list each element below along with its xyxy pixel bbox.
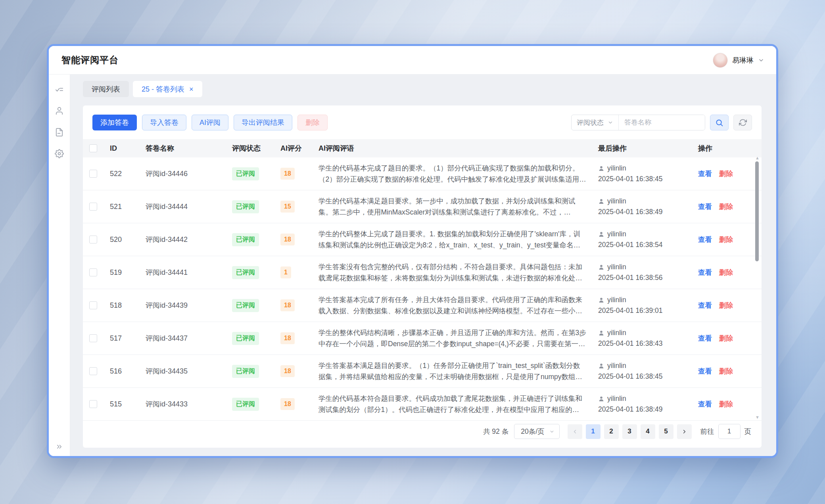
cell-name: 评阅id-34435 xyxy=(146,366,232,376)
tab-label: 评阅列表 xyxy=(92,84,120,94)
view-link[interactable]: 查看 xyxy=(698,235,712,244)
person-icon xyxy=(598,396,604,402)
chevron-down-icon xyxy=(758,57,764,63)
operator-name: yilinlin xyxy=(607,329,626,337)
column-header-score: AI评分 xyxy=(280,144,318,153)
delete-link[interactable]: 删除 xyxy=(719,366,733,376)
page-button-2[interactable]: 2 xyxy=(604,424,619,439)
delete-link[interactable]: 删除 xyxy=(719,333,733,343)
delete-link[interactable]: 删除 xyxy=(719,399,733,409)
score-badge: 18 xyxy=(280,168,295,180)
view-link[interactable]: 查看 xyxy=(698,202,712,211)
prev-page-button[interactable] xyxy=(568,424,582,439)
row-checkbox[interactable] xyxy=(89,334,97,342)
cell-id: 521 xyxy=(110,203,146,211)
page-button-4[interactable]: 4 xyxy=(641,424,655,439)
select-all-checkbox[interactable] xyxy=(89,144,97,152)
answer-name-input[interactable] xyxy=(618,115,705,130)
table-scrollbar[interactable]: ▲ ▼ xyxy=(755,157,759,418)
row-checkbox[interactable] xyxy=(89,301,97,309)
cell-name: 评阅id-34441 xyxy=(146,268,232,277)
checklist-icon[interactable] xyxy=(55,85,64,94)
person-icon xyxy=(598,165,604,172)
scrollbar-thumb[interactable] xyxy=(755,161,759,261)
cell-comment: 学生的代码基本满足题目要求。第一步中，成功加载了数据，并划分成训练集和测试集。第… xyxy=(318,195,598,218)
scroll-up-icon[interactable]: ▲ xyxy=(755,156,759,160)
tab-label: 25 - 答卷列表 xyxy=(142,84,184,94)
page-button-1[interactable]: 1 xyxy=(586,424,601,439)
status-badge: 已评阅 xyxy=(232,233,259,246)
operator-time: 2025-04-01 16:38:49 xyxy=(598,405,698,414)
view-link[interactable]: 查看 xyxy=(698,366,712,376)
page-size-select[interactable]: 20条/页 xyxy=(514,424,559,439)
operator-time: 2025-04-01 16:39:01 xyxy=(598,307,698,315)
view-link[interactable]: 查看 xyxy=(698,268,712,277)
row-checkbox[interactable] xyxy=(89,203,97,211)
add-answer-button[interactable]: 添加答卷 xyxy=(92,115,137,130)
delete-button[interactable]: 删除 xyxy=(297,115,328,130)
page-list: 12345 xyxy=(586,424,673,439)
tab-answer-list[interactable]: 25 - 答卷列表 xyxy=(133,81,202,97)
cell-last-operation: yilinlin 2025-04-01 16:38:45 xyxy=(598,362,698,381)
document-icon[interactable] xyxy=(55,128,64,137)
status-badge: 已评阅 xyxy=(232,266,259,279)
content-card: 添加答卷 导入答卷 AI评阅 导出评阅结果 删除 评阅状态 xyxy=(83,105,762,448)
status-badge: 已评阅 xyxy=(232,167,259,180)
table-row: 520 评阅id-34442 已评阅 18 学生的代码整体上完成了题目要求。1.… xyxy=(83,223,762,256)
view-link[interactable]: 查看 xyxy=(698,301,712,310)
cell-name: 评阅id-34442 xyxy=(146,235,232,244)
status-select[interactable]: 评阅状态 xyxy=(572,115,618,130)
table-row: 518 评阅id-34439 已评阅 18 学生答案基本完成了所有任务，并且大体… xyxy=(83,289,762,322)
view-link[interactable]: 查看 xyxy=(698,169,712,178)
export-results-button[interactable]: 导出评阅结果 xyxy=(234,115,292,130)
cell-comment: 学生的整体代码结构清晰，步骤基本正确，并且适用了正确的库和方法。然而，在第3步中… xyxy=(318,327,598,349)
column-header-comment: AI评阅评语 xyxy=(318,144,598,153)
user-icon[interactable] xyxy=(55,106,64,115)
search-button[interactable] xyxy=(710,115,729,130)
double-chevron-right-icon[interactable] xyxy=(49,443,70,450)
operator-name: yilinlin xyxy=(607,296,626,304)
gear-icon[interactable] xyxy=(55,149,64,158)
scroll-down-icon[interactable]: ▼ xyxy=(755,415,759,419)
cell-id: 519 xyxy=(110,268,146,277)
cell-last-operation: yilinlin 2025-04-01 16:38:43 xyxy=(598,329,698,348)
delete-link[interactable]: 删除 xyxy=(719,202,733,211)
operator-name: yilinlin xyxy=(607,395,626,403)
refresh-button[interactable] xyxy=(733,115,752,130)
delete-link[interactable]: 删除 xyxy=(719,268,733,277)
row-checkbox[interactable] xyxy=(89,400,97,408)
delete-link[interactable]: 删除 xyxy=(719,301,733,310)
delete-link[interactable]: 删除 xyxy=(719,235,733,244)
row-checkbox[interactable] xyxy=(89,268,97,276)
row-checkbox[interactable] xyxy=(89,367,97,375)
row-checkbox[interactable] xyxy=(89,236,97,243)
import-answer-button[interactable]: 导入答卷 xyxy=(142,115,186,130)
next-page-button[interactable] xyxy=(677,424,692,439)
view-link[interactable]: 查看 xyxy=(698,333,712,343)
table-body: 522 评阅id-34446 已评阅 18 学生的代码基本完成了题目的要求。（1… xyxy=(83,157,762,421)
person-icon xyxy=(598,363,604,369)
cell-comment: 学生答案基本完成了所有任务，并且大体符合题目要求。代码使用了正确的库和函数来载入… xyxy=(318,294,598,316)
cell-last-operation: yilinlin 2025-04-01 16:38:49 xyxy=(598,197,698,216)
ai-review-button[interactable]: AI评阅 xyxy=(192,115,228,130)
goto-page-input[interactable] xyxy=(718,424,741,439)
status-badge: 已评阅 xyxy=(232,200,259,213)
score-badge: 18 xyxy=(280,299,295,311)
table-row: 519 评阅id-34441 已评阅 1 学生答案没有包含完整的代码，仅有部分结… xyxy=(83,256,762,289)
user-menu[interactable]: 易琳琳 xyxy=(713,53,764,68)
status-badge: 已评阅 xyxy=(232,332,259,345)
delete-link[interactable]: 删除 xyxy=(719,169,733,178)
chevron-down-icon xyxy=(549,429,554,434)
page-button-5[interactable]: 5 xyxy=(659,424,673,439)
cell-name: 评阅id-34446 xyxy=(146,169,232,178)
tab-review-list[interactable]: 评阅列表 xyxy=(83,81,129,97)
operator-name: yilinlin xyxy=(607,263,626,271)
operator-time: 2025-04-01 16:38:45 xyxy=(598,372,698,381)
cell-comment: 学生的代码基本符合题目要求。代码成功加载了鸢尾花数据集，并正确进行了训练集和测试… xyxy=(318,393,598,415)
chevron-down-icon xyxy=(608,120,613,125)
close-icon[interactable] xyxy=(189,86,194,93)
cell-last-operation: yilinlin 2025-04-01 16:38:45 xyxy=(598,164,698,183)
row-checkbox[interactable] xyxy=(89,170,97,178)
view-link[interactable]: 查看 xyxy=(698,399,712,409)
page-button-3[interactable]: 3 xyxy=(622,424,637,439)
